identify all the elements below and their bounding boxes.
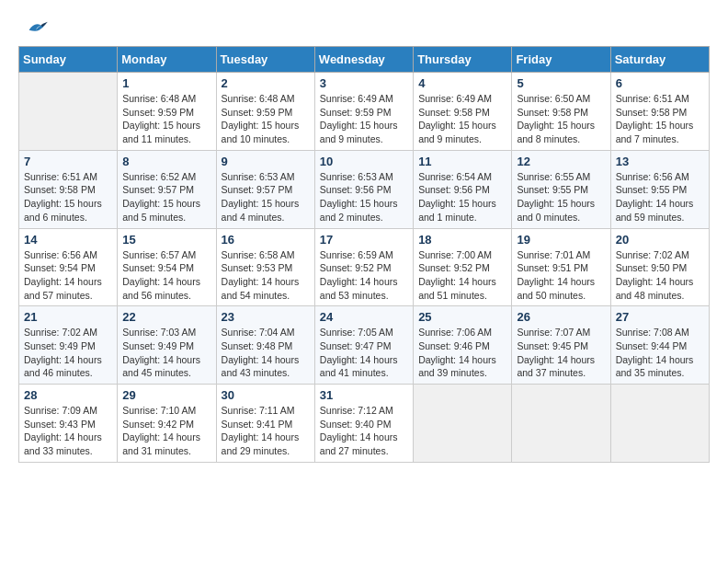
day-info: Sunrise: 7:07 AMSunset: 9:45 PMDaylight:… (517, 326, 605, 380)
day-number: 5 (517, 76, 605, 90)
sunset-time: Sunset: 9:55 PM (517, 184, 588, 195)
sunrise-time: Sunrise: 7:08 AM (616, 327, 689, 338)
sunset-time: Sunset: 9:59 PM (222, 107, 293, 118)
calendar-cell: 26Sunrise: 7:07 AMSunset: 9:45 PMDayligh… (512, 306, 610, 385)
day-info: Sunrise: 7:12 AMSunset: 9:40 PMDaylight:… (320, 404, 408, 458)
daylight-hours: Daylight: 15 hours and 1 minute. (418, 198, 496, 223)
day-number: 20 (616, 233, 704, 247)
calendar-cell: 18Sunrise: 7:00 AMSunset: 9:52 PMDayligh… (414, 228, 512, 306)
calendar-week-4: 21Sunrise: 7:02 AMSunset: 9:49 PMDayligh… (19, 306, 710, 385)
logo-bird-icon (22, 18, 48, 39)
calendar-cell: 19Sunrise: 7:01 AMSunset: 9:51 PMDayligh… (512, 228, 610, 306)
calendar-cell: 9Sunrise: 6:53 AMSunset: 9:57 PMDaylight… (216, 150, 314, 228)
sunrise-time: Sunrise: 6:48 AM (122, 93, 196, 104)
sunrise-time: Sunrise: 7:03 AM (122, 327, 196, 338)
day-info: Sunrise: 7:04 AMSunset: 9:48 PMDaylight:… (222, 326, 310, 380)
daylight-hours: Daylight: 15 hours and 9 minutes. (418, 120, 496, 144)
calendar-cell: 11Sunrise: 6:54 AMSunset: 9:56 PMDayligh… (414, 150, 512, 228)
daylight-hours: Daylight: 14 hours and 43 minutes. (222, 354, 300, 379)
calendar-cell: 28Sunrise: 7:09 AMSunset: 9:43 PMDayligh… (19, 385, 118, 463)
day-info: Sunrise: 7:05 AMSunset: 9:47 PMDaylight:… (320, 326, 408, 380)
day-info: Sunrise: 6:50 AMSunset: 9:58 PMDaylight:… (517, 92, 605, 146)
day-number: 22 (122, 310, 210, 324)
day-number: 28 (24, 388, 112, 402)
sunrise-time: Sunrise: 7:11 AM (222, 405, 295, 416)
daylight-hours: Daylight: 15 hours and 2 minutes. (320, 198, 398, 223)
sunset-time: Sunset: 9:54 PM (24, 262, 96, 273)
day-number: 4 (418, 76, 506, 90)
sunrise-time: Sunrise: 7:02 AM (24, 327, 97, 338)
daylight-hours: Daylight: 14 hours and 39 minutes. (418, 354, 496, 379)
day-info: Sunrise: 7:06 AMSunset: 9:46 PMDaylight:… (418, 326, 506, 380)
sunset-time: Sunset: 9:58 PM (616, 107, 688, 118)
day-number: 3 (320, 76, 408, 90)
daylight-hours: Daylight: 14 hours and 54 minutes. (222, 276, 300, 301)
calendar-week-5: 28Sunrise: 7:09 AMSunset: 9:43 PMDayligh… (19, 385, 710, 463)
sunset-time: Sunset: 9:58 PM (24, 184, 96, 195)
calendar-cell: 13Sunrise: 6:56 AMSunset: 9:55 PMDayligh… (610, 150, 709, 228)
day-number: 10 (320, 155, 408, 168)
sunset-time: Sunset: 9:58 PM (418, 107, 490, 118)
daylight-hours: Daylight: 14 hours and 53 minutes. (320, 276, 398, 301)
sunrise-time: Sunrise: 6:53 AM (222, 171, 295, 182)
calendar-cell: 8Sunrise: 6:52 AMSunset: 9:57 PMDaylight… (118, 150, 216, 228)
day-number: 15 (122, 233, 210, 247)
weekday-header-sunday: Sunday (19, 47, 118, 73)
calendar-cell: 5Sunrise: 6:50 AMSunset: 9:58 PMDaylight… (512, 73, 610, 151)
sunset-time: Sunset: 9:42 PM (122, 419, 194, 430)
day-number: 21 (24, 310, 112, 324)
day-number: 16 (222, 233, 310, 247)
calendar-cell: 10Sunrise: 6:53 AMSunset: 9:56 PMDayligh… (314, 150, 413, 228)
day-number: 27 (616, 310, 704, 324)
daylight-hours: Daylight: 14 hours and 37 minutes. (517, 354, 595, 379)
daylight-hours: Daylight: 14 hours and 29 minutes. (222, 431, 300, 456)
daylight-hours: Daylight: 15 hours and 5 minutes. (122, 198, 200, 223)
sunrise-time: Sunrise: 7:07 AM (517, 327, 590, 338)
calendar-table: SundayMondayTuesdayWednesdayThursdayFrid… (18, 46, 710, 463)
daylight-hours: Daylight: 15 hours and 6 minutes. (24, 198, 102, 223)
calendar-cell: 25Sunrise: 7:06 AMSunset: 9:46 PMDayligh… (414, 306, 512, 385)
day-info: Sunrise: 6:56 AMSunset: 9:55 PMDaylight:… (616, 170, 704, 224)
sunrise-time: Sunrise: 6:57 AM (122, 249, 196, 260)
sunrise-time: Sunrise: 7:00 AM (418, 249, 492, 260)
day-info: Sunrise: 6:51 AMSunset: 9:58 PMDaylight:… (24, 170, 112, 224)
day-info: Sunrise: 6:48 AMSunset: 9:59 PMDaylight:… (122, 92, 210, 146)
day-number: 30 (222, 388, 310, 402)
calendar-cell: 30Sunrise: 7:11 AMSunset: 9:41 PMDayligh… (216, 385, 314, 463)
day-info: Sunrise: 7:10 AMSunset: 9:42 PMDaylight:… (122, 404, 210, 458)
sunset-time: Sunset: 9:59 PM (320, 107, 392, 118)
day-info: Sunrise: 6:51 AMSunset: 9:58 PMDaylight:… (616, 92, 704, 146)
day-info: Sunrise: 6:53 AMSunset: 9:57 PMDaylight:… (222, 170, 310, 224)
page-header (18, 18, 710, 39)
day-info: Sunrise: 7:11 AMSunset: 9:41 PMDaylight:… (222, 404, 310, 458)
day-number: 12 (517, 155, 605, 168)
logo (18, 18, 48, 39)
day-number: 24 (320, 310, 408, 324)
weekday-header-saturday: Saturday (610, 47, 709, 73)
day-info: Sunrise: 7:02 AMSunset: 9:50 PMDaylight:… (616, 248, 704, 303)
day-number: 1 (122, 76, 210, 90)
day-info: Sunrise: 7:03 AMSunset: 9:49 PMDaylight:… (122, 326, 210, 380)
daylight-hours: Daylight: 14 hours and 31 minutes. (122, 431, 200, 456)
sunrise-time: Sunrise: 7:05 AM (320, 327, 393, 338)
calendar-cell: 15Sunrise: 6:57 AMSunset: 9:54 PMDayligh… (118, 228, 216, 306)
daylight-hours: Daylight: 14 hours and 45 minutes. (122, 354, 200, 379)
day-number: 31 (320, 388, 408, 402)
sunrise-time: Sunrise: 6:56 AM (24, 249, 97, 260)
day-number: 18 (418, 233, 506, 247)
daylight-hours: Daylight: 14 hours and 50 minutes. (517, 276, 595, 301)
day-number: 9 (222, 155, 310, 168)
day-info: Sunrise: 6:48 AMSunset: 9:59 PMDaylight:… (222, 92, 310, 146)
weekday-header-monday: Monday (118, 47, 216, 73)
weekday-header-thursday: Thursday (414, 47, 512, 73)
weekday-header-friday: Friday (512, 47, 610, 73)
sunrise-time: Sunrise: 7:12 AM (320, 405, 393, 416)
day-info: Sunrise: 6:55 AMSunset: 9:55 PMDaylight:… (517, 170, 605, 224)
calendar-cell: 17Sunrise: 6:59 AMSunset: 9:52 PMDayligh… (314, 228, 413, 306)
sunset-time: Sunset: 9:49 PM (122, 340, 194, 351)
day-number: 14 (24, 233, 112, 247)
sunset-time: Sunset: 9:56 PM (418, 184, 490, 195)
sunset-time: Sunset: 9:51 PM (517, 262, 588, 273)
daylight-hours: Daylight: 15 hours and 8 minutes. (517, 120, 595, 144)
daylight-hours: Daylight: 14 hours and 59 minutes. (616, 198, 694, 223)
